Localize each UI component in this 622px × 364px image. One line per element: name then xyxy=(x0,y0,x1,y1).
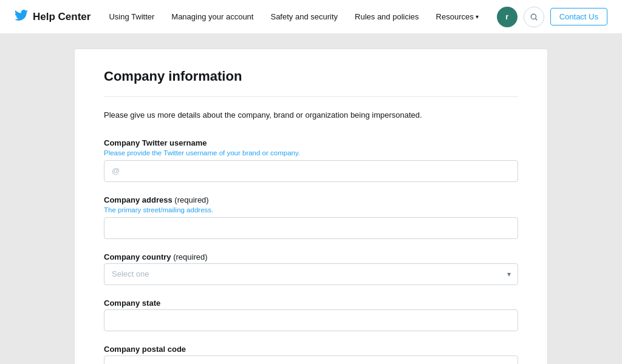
twitter-logo-icon xyxy=(15,8,28,25)
svg-line-1 xyxy=(535,18,537,20)
company-postal-group: Company postal code xyxy=(104,345,518,365)
contact-us-button[interactable]: Contact Us xyxy=(550,8,607,25)
nav-using-twitter[interactable]: Using Twitter xyxy=(109,12,154,21)
main-content: Company information Please give us more … xyxy=(0,34,622,364)
company-state-input[interactable] xyxy=(104,309,518,331)
logo-area: Help Center xyxy=(15,8,91,25)
nav-safety-security[interactable]: Safety and security xyxy=(270,12,338,21)
nav-managing-account[interactable]: Managing your account xyxy=(171,12,253,21)
resources-chevron-icon: ▾ xyxy=(476,13,479,20)
company-address-label: Company address (required) xyxy=(104,195,518,204)
title-divider xyxy=(104,96,518,97)
twitter-username-group: Company Twitter username Please provide … xyxy=(104,138,518,182)
company-country-label: Company country (required) xyxy=(104,252,518,261)
nav-resources[interactable]: Resources ▾ xyxy=(436,12,479,21)
twitter-username-hint: Please provide the Twitter username of y… xyxy=(104,149,518,157)
twitter-username-label: Company Twitter username xyxy=(104,138,518,147)
search-button[interactable] xyxy=(524,7,544,27)
company-address-hint: The primary street/mailing address. xyxy=(104,206,518,214)
site-title: Help Center xyxy=(33,11,91,23)
main-nav: Using Twitter Managing your account Safe… xyxy=(109,12,478,21)
company-country-group: Company country (required) Select one ▾ xyxy=(104,252,518,285)
svg-point-0 xyxy=(531,14,536,19)
twitter-username-input[interactable] xyxy=(104,160,518,182)
company-country-select-wrapper: Select one ▾ xyxy=(104,263,518,285)
company-address-input[interactable] xyxy=(104,217,518,239)
site-header: Help Center Using Twitter Managing your … xyxy=(0,0,622,34)
nav-rules-policies[interactable]: Rules and policies xyxy=(355,12,419,21)
form-card: Company information Please give us more … xyxy=(74,49,548,364)
form-description: Please give us more details about the co… xyxy=(104,109,518,121)
company-state-group: Company state xyxy=(104,298,518,331)
form-title: Company information xyxy=(104,69,518,84)
company-postal-label: Company postal code xyxy=(104,345,518,354)
user-avatar[interactable]: r xyxy=(497,7,518,27)
company-country-select[interactable]: Select one xyxy=(104,263,518,285)
company-address-group: Company address (required) The primary s… xyxy=(104,195,518,239)
header-actions: r Contact Us xyxy=(497,7,607,27)
company-state-label: Company state xyxy=(104,298,518,308)
company-postal-input[interactable] xyxy=(104,356,518,365)
